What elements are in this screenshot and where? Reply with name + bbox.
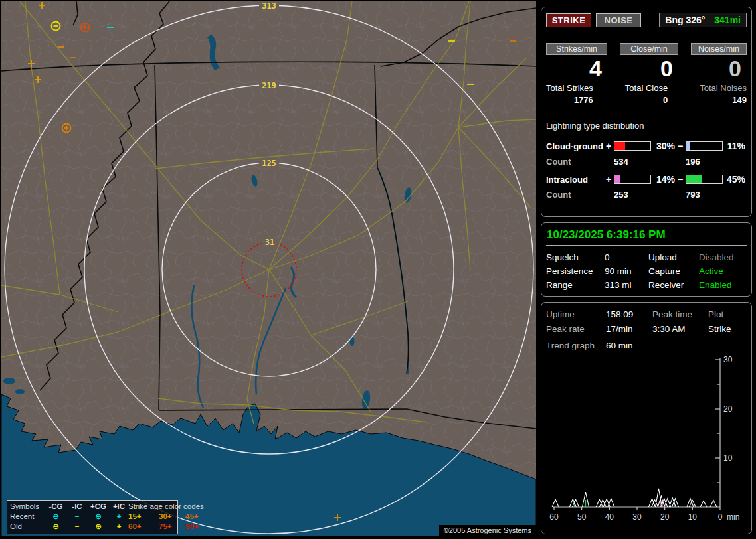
age-15: 15+ (128, 512, 159, 522)
map-canvas[interactable]: 313 219 125 31 (1, 1, 536, 536)
capture-status: Active (699, 266, 747, 276)
trend-x-axis-unit: min (727, 512, 739, 522)
age-60: 60+ (128, 522, 159, 532)
uptime-value: 158:09 (606, 309, 652, 319)
total-strikes-value: 1776 (546, 95, 593, 105)
ring-label-219: 219 (262, 81, 276, 90)
cg-plus-count: 534 (614, 157, 686, 167)
status-box: 10/23/2025 6:39:16 PM Squelch 0 Upload D… (541, 222, 752, 297)
bearing-label: Bng 326° (665, 15, 705, 25)
ic-count-label: Count (546, 190, 614, 200)
datetime-display: 10/23/2025 6:39:16 PM (546, 227, 747, 246)
old-nic-icon: − (67, 522, 87, 532)
cg-plus-bar (614, 141, 651, 151)
trend-graph-label: Trend graph (546, 341, 606, 350)
cg-plus-pct: 30% (651, 141, 678, 151)
age-45: 45+ (185, 512, 209, 522)
total-noises-value: 149 (700, 95, 747, 105)
peak-time-label: Peak time (652, 309, 708, 319)
settings-grid: Squelch 0 Upload Disabled Persistence 90… (546, 252, 747, 290)
trend-x-tick-label: 30 (632, 512, 642, 522)
bearing-distance: 341mi (714, 15, 741, 25)
peak-time-value: 3:30 AM (652, 324, 708, 334)
cloud-ground-row: Cloud-ground + 30% − 11% (546, 141, 747, 151)
total-close-value: 0 (625, 95, 668, 105)
recent-ncg-icon: ⊖ (45, 512, 67, 522)
trend-window-row: Trend graph 60 min (546, 341, 747, 350)
ring-label-313: 313 (262, 1, 276, 11)
recent-pcg-icon: ⊕ (87, 512, 110, 522)
intracloud-row: Intracloud + 14% − 45% (546, 174, 747, 185)
range-value: 313 mi (605, 280, 648, 290)
persistence-value: 90 min (605, 266, 648, 276)
persistence-label: Persistence (546, 266, 605, 276)
legend-col-ncg: -CG (45, 502, 67, 512)
ic-minus-pct: 45% (723, 174, 748, 185)
legend-col-nic: -IC (67, 502, 87, 512)
legend-old-row: Old ⊖ − ⊕ + 60+ 75+ 90+ (10, 522, 175, 532)
legend-symbols-title: Symbols (10, 502, 45, 512)
close-per-min-header: Close/min (620, 43, 678, 55)
legend-col-pic: +IC (110, 502, 128, 512)
noises-per-min-value: 0 (691, 55, 747, 82)
noise-toggle-button[interactable]: NOISE (596, 13, 641, 27)
trend-y-tick-label: 10 (723, 453, 733, 463)
legend-col-pcg: +CG (87, 502, 110, 512)
cg-minus-count: 196 (686, 157, 747, 167)
trend-x-tick-label: 0 (718, 512, 723, 522)
intracloud-count-row: Count 253 793 (546, 190, 747, 200)
age-75: 75+ (159, 522, 185, 532)
receiver-status: Enabled (699, 280, 747, 290)
trend-x-tick-label: 20 (660, 512, 670, 522)
receiver-label: Receiver (648, 280, 699, 290)
cg-count-label: Count (546, 157, 614, 167)
legend-age-title: Strike age color codes (128, 502, 209, 512)
peak-rate-value: 17/min (606, 324, 652, 334)
ring-label-125: 125 (262, 159, 276, 168)
close-per-min-value: 0 (620, 55, 678, 82)
old-pcg-icon: ⊕ (87, 522, 110, 532)
total-strikes-label: Total Strikes (546, 83, 593, 93)
strike-toggle-button[interactable]: STRIKE (546, 13, 591, 27)
trend-x-tick-label: 60 (549, 512, 559, 522)
peak-rate-label: Peak rate (546, 324, 606, 334)
minus-sign: − (678, 141, 686, 151)
bearing-indicator: Bng 326° 341mi (659, 13, 747, 27)
recent-pic-icon: + (110, 512, 128, 522)
trend-x-tick-label: 50 (577, 512, 587, 522)
age-30: 30+ (159, 512, 185, 522)
minus-sign: − (678, 174, 686, 185)
counters-box: STRIKE NOISE Bng 326° 341mi Strikes/min … (541, 7, 752, 217)
cloud-ground-count-row: Count 534 196 (546, 157, 747, 167)
trend-x-tick-label: 40 (605, 512, 614, 522)
lightning-map[interactable]: 313 219 125 31 Symbols -CG -IC +CG +IC S… (1, 1, 536, 536)
capture-label: Capture (648, 266, 699, 276)
ring-label-31: 31 (265, 238, 274, 247)
cg-minus-bar (686, 141, 723, 151)
old-pic-icon: + (110, 522, 128, 532)
plus-sign: + (606, 174, 614, 185)
trend-chart: 1020306050403020100min (546, 352, 747, 524)
status-panel: STRIKE NOISE Bng 326° 341mi Strikes/min … (541, 7, 752, 539)
uptime-label: Uptime (546, 309, 606, 319)
trend-y-tick-label: 20 (723, 404, 733, 414)
squelch-label: Squelch (546, 252, 605, 262)
upload-label: Upload (648, 252, 699, 262)
cg-minus-pct: 11% (723, 141, 748, 151)
trend-series (552, 489, 717, 507)
total-close-label: Total Close (625, 83, 668, 93)
plot-value: Strike (708, 324, 747, 334)
trend-y-tick-label: 30 (723, 355, 733, 364)
strikes-per-min-value: 4 (546, 55, 607, 82)
old-ncg-icon: ⊖ (45, 522, 67, 532)
stats-grid: Uptime 158:09 Peak time Plot Peak rate 1… (546, 309, 747, 334)
intracloud-label: Intracloud (546, 175, 606, 185)
upload-status: Disabled (699, 252, 747, 262)
range-label: Range (546, 280, 605, 290)
plus-sign: + (606, 141, 614, 151)
plot-label: Plot (708, 309, 747, 319)
legend-header-row: Symbols -CG -IC +CG +IC Strike age color… (10, 502, 175, 512)
age-90: 90+ (185, 522, 209, 532)
ic-minus-bar (686, 175, 723, 184)
ic-plus-bar (614, 175, 651, 184)
